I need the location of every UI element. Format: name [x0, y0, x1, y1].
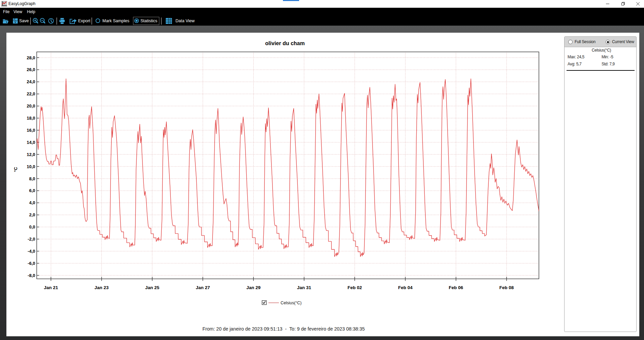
svg-text:-8,0: -8,0	[28, 273, 35, 278]
svg-text:Celsius(°C): Celsius(°C)	[281, 301, 301, 305]
svg-text:Feb 06: Feb 06	[449, 285, 463, 290]
svg-text:28,0: 28,0	[27, 55, 35, 60]
svg-text:-4,0: -4,0	[28, 249, 35, 254]
svg-text:16,0: 16,0	[27, 128, 35, 133]
svg-text:-6,0: -6,0	[28, 261, 35, 266]
svg-text:Feb 02: Feb 02	[348, 285, 362, 290]
svg-text:Jan 23: Jan 23	[95, 285, 109, 290]
svg-text:18,0: 18,0	[27, 116, 35, 121]
svg-text:-2,0: -2,0	[28, 237, 35, 242]
svg-text:Jan 21: Jan 21	[44, 285, 58, 290]
svg-text:10,0: 10,0	[27, 164, 35, 169]
svg-text:26,0: 26,0	[27, 67, 35, 72]
svg-text:24,0: 24,0	[27, 79, 35, 84]
svg-text:22,0: 22,0	[27, 91, 35, 96]
svg-text:°C: °C	[13, 167, 18, 172]
svg-text:Feb 08: Feb 08	[500, 285, 514, 290]
svg-text:12,0: 12,0	[27, 152, 35, 157]
svg-text:Jan 29: Jan 29	[246, 285, 260, 290]
svg-text:Jan 27: Jan 27	[196, 285, 210, 290]
svg-text:olivier du cham: olivier du cham	[265, 40, 304, 46]
svg-text:Feb 04: Feb 04	[398, 285, 413, 290]
svg-text:20,0: 20,0	[27, 103, 35, 109]
svg-text:14,0: 14,0	[27, 140, 35, 145]
svg-text:Jan 31: Jan 31	[297, 285, 312, 290]
svg-text:0,0: 0,0	[29, 224, 35, 229]
svg-text:8,0: 8,0	[29, 176, 35, 181]
svg-text:4,0: 4,0	[29, 200, 35, 205]
svg-text:6,0: 6,0	[29, 188, 35, 193]
svg-text:2,0: 2,0	[29, 212, 35, 217]
svg-text:From: 20 de janeiro de 2023 09: From: 20 de janeiro de 2023 09:51:13 - T…	[202, 326, 365, 332]
svg-text:Jan 25: Jan 25	[145, 285, 160, 290]
